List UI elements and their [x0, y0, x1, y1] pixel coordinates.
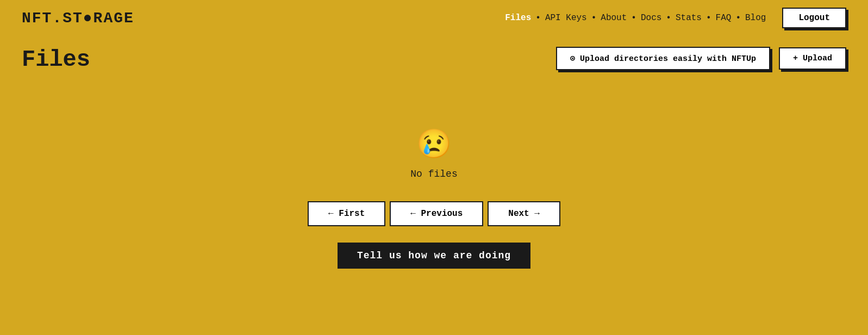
nav-docs[interactable]: Docs — [641, 13, 661, 23]
logo: NFT.ST●RAGE — [22, 10, 134, 27]
empty-state: 😢 No files — [22, 127, 846, 179]
pagination: ← First ← Previous Next → — [22, 201, 846, 226]
nav-files[interactable]: Files — [505, 13, 531, 23]
no-files-label: No files — [410, 169, 457, 179]
nav-sep-3: • — [631, 13, 636, 23]
nav-about[interactable]: About — [601, 13, 627, 23]
nav-sep-2: • — [591, 13, 597, 23]
empty-emoji: 😢 — [416, 127, 452, 162]
nav-faq[interactable]: FAQ — [716, 13, 732, 23]
page-title: Files — [22, 47, 90, 73]
first-button[interactable]: ← First — [308, 201, 385, 226]
upload-button[interactable]: + Upload — [779, 47, 846, 70]
nav-sep-1: • — [535, 13, 541, 23]
nav-stats[interactable]: Stats — [676, 13, 702, 23]
nav-sep-4: • — [666, 13, 671, 23]
feedback-button[interactable]: Tell us how we are doing — [338, 243, 530, 269]
nav-api-keys[interactable]: API Keys — [545, 13, 587, 23]
main-nav: Files • API Keys • About • Docs • Stats … — [505, 8, 846, 28]
nav-blog[interactable]: Blog — [745, 13, 766, 23]
logout-button[interactable]: Logout — [782, 8, 846, 28]
nftup-button[interactable]: ⊙ Upload directories easily with NFTUp — [556, 47, 770, 70]
next-button[interactable]: Next → — [488, 201, 560, 226]
previous-button[interactable]: ← Previous — [390, 201, 483, 226]
nav-sep-6: • — [735, 13, 741, 23]
nav-sep-5: • — [706, 13, 711, 23]
feedback-section: Tell us how we are doing — [22, 243, 846, 269]
